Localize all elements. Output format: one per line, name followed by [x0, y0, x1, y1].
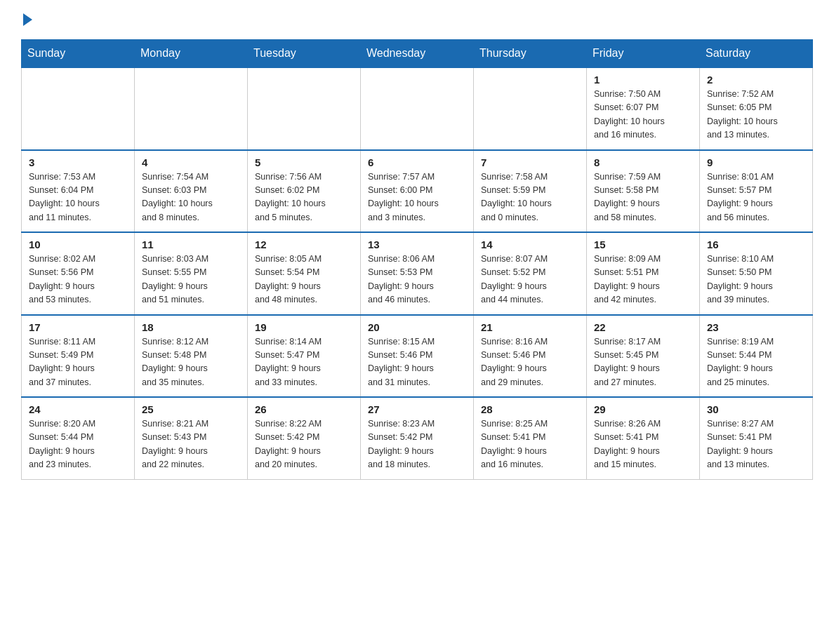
- table-row: 10Sunrise: 8:02 AMSunset: 5:56 PMDayligh…: [22, 232, 135, 315]
- day-number: 7: [481, 156, 579, 168]
- calendar-week-row: 17Sunrise: 8:11 AMSunset: 5:49 PMDayligh…: [22, 315, 813, 398]
- day-info: Sunrise: 7:59 AMSunset: 5:58 PMDaylight:…: [594, 170, 692, 225]
- day-info: Sunrise: 8:01 AMSunset: 5:57 PMDaylight:…: [707, 170, 805, 225]
- day-info: Sunrise: 8:16 AMSunset: 5:46 PMDaylight:…: [481, 335, 579, 390]
- day-info: Sunrise: 7:58 AMSunset: 5:59 PMDaylight:…: [481, 170, 579, 225]
- table-row: 1Sunrise: 7:50 AMSunset: 6:07 PMDaylight…: [587, 67, 700, 150]
- day-info: Sunrise: 8:27 AMSunset: 5:41 PMDaylight:…: [707, 417, 805, 472]
- day-number: 27: [368, 403, 466, 415]
- day-number: 17: [29, 321, 127, 333]
- day-info: Sunrise: 8:19 AMSunset: 5:44 PMDaylight:…: [707, 335, 805, 390]
- table-row: 12Sunrise: 8:05 AMSunset: 5:54 PMDayligh…: [248, 232, 361, 315]
- calendar-week-row: 10Sunrise: 8:02 AMSunset: 5:56 PMDayligh…: [22, 232, 813, 315]
- table-row: 28Sunrise: 8:25 AMSunset: 5:41 PMDayligh…: [474, 397, 587, 479]
- table-row: 15Sunrise: 8:09 AMSunset: 5:51 PMDayligh…: [587, 232, 700, 315]
- table-row: [248, 67, 361, 150]
- day-info: Sunrise: 8:09 AMSunset: 5:51 PMDaylight:…: [594, 253, 692, 307]
- day-info: Sunrise: 8:15 AMSunset: 5:46 PMDaylight:…: [368, 335, 466, 390]
- table-row: 8Sunrise: 7:59 AMSunset: 5:58 PMDaylight…: [587, 150, 700, 233]
- table-row: 17Sunrise: 8:11 AMSunset: 5:49 PMDayligh…: [22, 315, 135, 398]
- day-info: Sunrise: 8:14 AMSunset: 5:47 PMDaylight:…: [255, 335, 353, 390]
- day-info: Sunrise: 8:11 AMSunset: 5:49 PMDaylight:…: [29, 335, 127, 390]
- logo-arrow-icon: [23, 13, 32, 26]
- table-row: 23Sunrise: 8:19 AMSunset: 5:44 PMDayligh…: [700, 315, 813, 398]
- calendar-week-row: 1Sunrise: 7:50 AMSunset: 6:07 PMDaylight…: [22, 67, 813, 150]
- table-row: 21Sunrise: 8:16 AMSunset: 5:46 PMDayligh…: [474, 315, 587, 398]
- table-row: [22, 67, 135, 150]
- day-number: 25: [142, 403, 240, 415]
- day-info: Sunrise: 7:57 AMSunset: 6:00 PMDaylight:…: [368, 170, 466, 225]
- day-info: Sunrise: 8:17 AMSunset: 5:45 PMDaylight:…: [594, 335, 692, 390]
- day-number: 11: [142, 239, 240, 250]
- col-tuesday: Tuesday: [248, 40, 361, 68]
- col-sunday: Sunday: [22, 40, 135, 68]
- calendar-table: Sunday Monday Tuesday Wednesday Thursday…: [21, 39, 813, 480]
- table-row: 4Sunrise: 7:54 AMSunset: 6:03 PMDaylight…: [135, 150, 248, 233]
- day-number: 10: [29, 239, 127, 250]
- table-row: 26Sunrise: 8:22 AMSunset: 5:42 PMDayligh…: [248, 397, 361, 479]
- day-info: Sunrise: 8:03 AMSunset: 5:55 PMDaylight:…: [142, 253, 240, 307]
- table-row: 14Sunrise: 8:07 AMSunset: 5:52 PMDayligh…: [474, 232, 587, 315]
- day-number: 29: [594, 403, 692, 415]
- day-number: 20: [368, 321, 466, 333]
- table-row: 3Sunrise: 7:53 AMSunset: 6:04 PMDaylight…: [22, 150, 135, 233]
- col-wednesday: Wednesday: [361, 40, 474, 68]
- day-info: Sunrise: 8:05 AMSunset: 5:54 PMDaylight:…: [255, 253, 353, 307]
- table-row: 19Sunrise: 8:14 AMSunset: 5:47 PMDayligh…: [248, 315, 361, 398]
- table-row: 6Sunrise: 7:57 AMSunset: 6:00 PMDaylight…: [361, 150, 474, 233]
- table-row: 27Sunrise: 8:23 AMSunset: 5:42 PMDayligh…: [361, 397, 474, 479]
- logo-line1: [21, 14, 32, 27]
- table-row: 20Sunrise: 8:15 AMSunset: 5:46 PMDayligh…: [361, 315, 474, 398]
- table-row: 9Sunrise: 8:01 AMSunset: 5:57 PMDaylight…: [700, 150, 813, 233]
- day-info: Sunrise: 8:07 AMSunset: 5:52 PMDaylight:…: [481, 253, 579, 307]
- day-info: Sunrise: 8:26 AMSunset: 5:41 PMDaylight:…: [594, 417, 692, 472]
- day-info: Sunrise: 7:52 AMSunset: 6:05 PMDaylight:…: [707, 88, 805, 142]
- table-row: 29Sunrise: 8:26 AMSunset: 5:41 PMDayligh…: [587, 397, 700, 479]
- table-row: 11Sunrise: 8:03 AMSunset: 5:55 PMDayligh…: [135, 232, 248, 315]
- page-header: [21, 14, 813, 27]
- day-info: Sunrise: 8:10 AMSunset: 5:50 PMDaylight:…: [707, 253, 805, 307]
- day-number: 12: [255, 239, 353, 250]
- table-row: 18Sunrise: 8:12 AMSunset: 5:48 PMDayligh…: [135, 315, 248, 398]
- day-number: 14: [481, 239, 579, 250]
- table-row: 30Sunrise: 8:27 AMSunset: 5:41 PMDayligh…: [700, 397, 813, 479]
- day-number: 2: [707, 74, 805, 86]
- table-row: 24Sunrise: 8:20 AMSunset: 5:44 PMDayligh…: [22, 397, 135, 479]
- day-number: 23: [707, 321, 805, 333]
- calendar-week-row: 24Sunrise: 8:20 AMSunset: 5:44 PMDayligh…: [22, 397, 813, 479]
- day-number: 18: [142, 321, 240, 333]
- col-saturday: Saturday: [700, 40, 813, 68]
- table-row: [361, 67, 474, 150]
- day-number: 1: [594, 74, 692, 86]
- day-number: 21: [481, 321, 579, 333]
- col-monday: Monday: [135, 40, 248, 68]
- day-info: Sunrise: 8:22 AMSunset: 5:42 PMDaylight:…: [255, 417, 353, 472]
- logo: [21, 14, 32, 27]
- day-info: Sunrise: 8:02 AMSunset: 5:56 PMDaylight:…: [29, 253, 127, 307]
- day-info: Sunrise: 8:25 AMSunset: 5:41 PMDaylight:…: [481, 417, 579, 472]
- day-number: 28: [481, 403, 579, 415]
- calendar-header-row: Sunday Monday Tuesday Wednesday Thursday…: [22, 40, 813, 68]
- day-info: Sunrise: 8:12 AMSunset: 5:48 PMDaylight:…: [142, 335, 240, 390]
- table-row: 13Sunrise: 8:06 AMSunset: 5:53 PMDayligh…: [361, 232, 474, 315]
- day-info: Sunrise: 7:56 AMSunset: 6:02 PMDaylight:…: [255, 170, 353, 225]
- table-row: 25Sunrise: 8:21 AMSunset: 5:43 PMDayligh…: [135, 397, 248, 479]
- calendar-week-row: 3Sunrise: 7:53 AMSunset: 6:04 PMDaylight…: [22, 150, 813, 233]
- day-info: Sunrise: 7:53 AMSunset: 6:04 PMDaylight:…: [29, 170, 127, 225]
- day-info: Sunrise: 7:50 AMSunset: 6:07 PMDaylight:…: [594, 88, 692, 142]
- day-number: 5: [255, 156, 353, 168]
- day-number: 13: [368, 239, 466, 250]
- col-friday: Friday: [587, 40, 700, 68]
- day-number: 4: [142, 156, 240, 168]
- day-number: 8: [594, 156, 692, 168]
- day-number: 19: [255, 321, 353, 333]
- day-number: 22: [594, 321, 692, 333]
- day-info: Sunrise: 8:06 AMSunset: 5:53 PMDaylight:…: [368, 253, 466, 307]
- day-number: 3: [29, 156, 127, 168]
- table-row: 16Sunrise: 8:10 AMSunset: 5:50 PMDayligh…: [700, 232, 813, 315]
- day-number: 6: [368, 156, 466, 168]
- day-number: 9: [707, 156, 805, 168]
- day-number: 15: [594, 239, 692, 250]
- day-number: 26: [255, 403, 353, 415]
- day-info: Sunrise: 8:21 AMSunset: 5:43 PMDaylight:…: [142, 417, 240, 472]
